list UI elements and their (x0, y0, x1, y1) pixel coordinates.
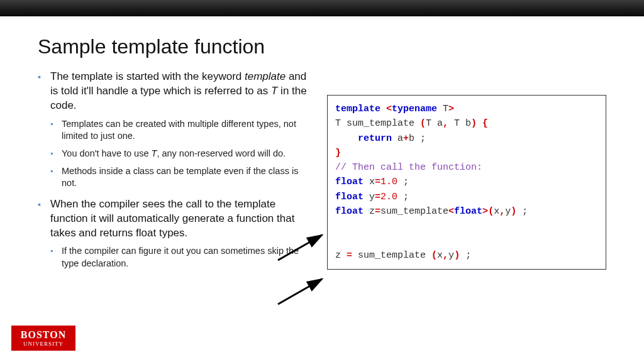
svg-line-1 (278, 279, 322, 304)
logo-line-1: BOSTON (21, 330, 66, 340)
bullet-2: When the compiler sees the call to the t… (38, 197, 308, 270)
code-column: template <typename T> T sum_template (T … (308, 70, 606, 278)
top-bar (0, 0, 644, 16)
logo-line-2: UNIVERSITY (23, 341, 64, 347)
arrow-2 (275, 275, 327, 308)
bullet-1-sub-2: You don't have to use T, any non-reserve… (50, 148, 308, 160)
bullet-1-sub-3: Methods inside a class can be template e… (50, 165, 308, 190)
bullet-1-sub-1: Templates can be created with multiple d… (50, 118, 308, 143)
bullet-2-sub-1: If the compiler can figure it out you ca… (50, 245, 308, 270)
boston-university-logo: BOSTON UNIVERSITY (11, 326, 75, 351)
bullet-1: The template is started with the keyword… (38, 70, 308, 190)
code-box: template <typename T> T sum_template (T … (327, 95, 606, 270)
slide: Sample template function The template is… (0, 16, 644, 362)
bullet-column: The template is started with the keyword… (38, 70, 308, 278)
slide-title: Sample template function (38, 35, 606, 58)
